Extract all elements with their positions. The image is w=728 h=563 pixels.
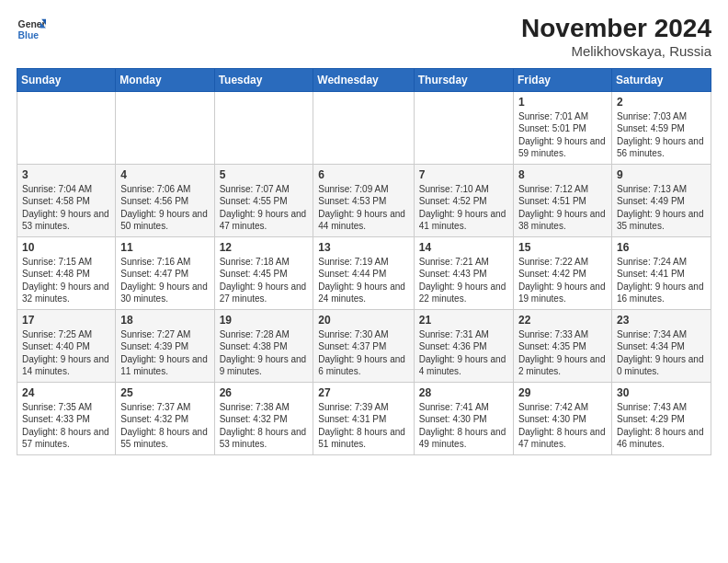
calendar-cell: 3Sunrise: 7:04 AMSunset: 4:58 PMDaylight… <box>17 164 116 236</box>
day-info: Sunrise: 7:04 AMSunset: 4:58 PMDaylight:… <box>22 183 110 233</box>
day-number: 13 <box>318 241 408 254</box>
day-number: 22 <box>518 314 607 327</box>
calendar-cell: 13Sunrise: 7:19 AMSunset: 4:44 PMDayligh… <box>313 236 414 309</box>
day-info: Sunrise: 7:34 AMSunset: 4:34 PMDaylight:… <box>617 328 706 378</box>
day-info: Sunrise: 7:19 AMSunset: 4:44 PMDaylight:… <box>318 256 408 305</box>
day-info: Sunrise: 7:10 AMSunset: 4:52 PMDaylight:… <box>419 183 508 233</box>
calendar-cell: 12Sunrise: 7:18 AMSunset: 4:45 PMDayligh… <box>214 236 313 309</box>
calendar-cell: 29Sunrise: 7:42 AMSunset: 4:30 PMDayligh… <box>513 382 611 454</box>
day-info: Sunrise: 7:37 AMSunset: 4:32 PMDaylight:… <box>120 401 209 451</box>
col-wednesday: Wednesday <box>313 68 414 91</box>
calendar-cell: 19Sunrise: 7:28 AMSunset: 4:38 PMDayligh… <box>214 309 313 382</box>
day-info: Sunrise: 7:43 AMSunset: 4:29 PMDaylight:… <box>617 401 706 451</box>
calendar-cell: 28Sunrise: 7:41 AMSunset: 4:30 PMDayligh… <box>414 382 513 454</box>
day-number: 2 <box>617 96 706 109</box>
day-number: 21 <box>419 314 508 327</box>
day-info: Sunrise: 7:42 AMSunset: 4:30 PMDaylight:… <box>518 401 607 451</box>
day-number: 1 <box>518 96 607 109</box>
calendar-cell: 17Sunrise: 7:25 AMSunset: 4:40 PMDayligh… <box>17 309 116 382</box>
calendar-cell: 25Sunrise: 7:37 AMSunset: 4:32 PMDayligh… <box>116 382 214 454</box>
col-saturday: Saturday <box>611 68 711 91</box>
calendar-cell <box>17 91 116 164</box>
day-info: Sunrise: 7:03 AMSunset: 4:59 PMDaylight:… <box>617 110 706 160</box>
day-number: 25 <box>120 386 209 399</box>
calendar-cell <box>313 91 414 164</box>
day-info: Sunrise: 7:09 AMSunset: 4:53 PMDaylight:… <box>318 183 408 233</box>
col-sunday: Sunday <box>17 68 116 91</box>
calendar-cell: 6Sunrise: 7:09 AMSunset: 4:53 PMDaylight… <box>313 164 414 236</box>
day-info: Sunrise: 7:30 AMSunset: 4:37 PMDaylight:… <box>318 328 408 378</box>
logo: General Blue <box>17 15 46 44</box>
day-number: 7 <box>419 168 508 181</box>
calendar-week-1: 1Sunrise: 7:01 AMSunset: 5:01 PMDaylight… <box>17 91 711 164</box>
calendar-cell: 23Sunrise: 7:34 AMSunset: 4:34 PMDayligh… <box>611 309 711 382</box>
calendar-cell: 15Sunrise: 7:22 AMSunset: 4:42 PMDayligh… <box>513 236 611 309</box>
col-monday: Monday <box>116 68 214 91</box>
calendar-table: Sunday Monday Tuesday Wednesday Thursday… <box>17 68 711 455</box>
day-number: 12 <box>220 241 309 254</box>
calendar-cell: 4Sunrise: 7:06 AMSunset: 4:56 PMDaylight… <box>116 164 214 236</box>
day-number: 8 <box>518 168 607 181</box>
day-info: Sunrise: 7:21 AMSunset: 4:43 PMDaylight:… <box>419 256 508 305</box>
page: General Blue November 2024 Melikhovskaya… <box>0 0 728 563</box>
page-subtitle: Melikhovskaya, Russia <box>521 43 711 59</box>
calendar-cell: 7Sunrise: 7:10 AMSunset: 4:52 PMDaylight… <box>414 164 513 236</box>
day-info: Sunrise: 7:07 AMSunset: 4:55 PMDaylight:… <box>220 183 309 233</box>
col-thursday: Thursday <box>414 68 513 91</box>
day-info: Sunrise: 7:38 AMSunset: 4:32 PMDaylight:… <box>220 401 309 451</box>
day-info: Sunrise: 7:15 AMSunset: 4:48 PMDaylight:… <box>22 256 110 305</box>
day-number: 23 <box>617 314 706 327</box>
calendar-cell: 1Sunrise: 7:01 AMSunset: 5:01 PMDaylight… <box>513 91 611 164</box>
svg-text:Blue: Blue <box>18 30 40 40</box>
calendar-cell: 14Sunrise: 7:21 AMSunset: 4:43 PMDayligh… <box>414 236 513 309</box>
day-number: 24 <box>22 386 110 399</box>
calendar-week-2: 3Sunrise: 7:04 AMSunset: 4:58 PMDaylight… <box>17 164 711 236</box>
calendar-cell: 27Sunrise: 7:39 AMSunset: 4:31 PMDayligh… <box>313 382 414 454</box>
day-number: 20 <box>318 314 408 327</box>
calendar-cell <box>116 91 214 164</box>
day-number: 5 <box>220 168 309 181</box>
calendar-header: Sunday Monday Tuesday Wednesday Thursday… <box>17 68 711 91</box>
day-info: Sunrise: 7:35 AMSunset: 4:33 PMDaylight:… <box>22 401 110 451</box>
day-info: Sunrise: 7:28 AMSunset: 4:38 PMDaylight:… <box>220 328 309 378</box>
calendar-cell: 20Sunrise: 7:30 AMSunset: 4:37 PMDayligh… <box>313 309 414 382</box>
calendar-cell: 8Sunrise: 7:12 AMSunset: 4:51 PMDaylight… <box>513 164 611 236</box>
day-number: 14 <box>419 241 508 254</box>
calendar-cell: 21Sunrise: 7:31 AMSunset: 4:36 PMDayligh… <box>414 309 513 382</box>
day-number: 11 <box>120 241 209 254</box>
day-number: 27 <box>318 386 408 399</box>
day-info: Sunrise: 7:24 AMSunset: 4:41 PMDaylight:… <box>617 256 706 305</box>
calendar-week-3: 10Sunrise: 7:15 AMSunset: 4:48 PMDayligh… <box>17 236 711 309</box>
day-info: Sunrise: 7:33 AMSunset: 4:35 PMDaylight:… <box>518 328 607 378</box>
calendar-cell: 9Sunrise: 7:13 AMSunset: 4:49 PMDaylight… <box>611 164 711 236</box>
calendar-cell: 24Sunrise: 7:35 AMSunset: 4:33 PMDayligh… <box>17 382 116 454</box>
logo-icon: General Blue <box>17 15 46 44</box>
day-number: 30 <box>617 386 706 399</box>
calendar-body: 1Sunrise: 7:01 AMSunset: 5:01 PMDaylight… <box>17 91 711 454</box>
calendar-week-4: 17Sunrise: 7:25 AMSunset: 4:40 PMDayligh… <box>17 309 711 382</box>
day-number: 6 <box>318 168 408 181</box>
day-info: Sunrise: 7:22 AMSunset: 4:42 PMDaylight:… <box>518 256 607 305</box>
day-number: 4 <box>120 168 209 181</box>
calendar-week-5: 24Sunrise: 7:35 AMSunset: 4:33 PMDayligh… <box>17 382 711 454</box>
calendar-cell: 5Sunrise: 7:07 AMSunset: 4:55 PMDaylight… <box>214 164 313 236</box>
calendar-cell <box>214 91 313 164</box>
day-number: 9 <box>617 168 706 181</box>
day-info: Sunrise: 7:01 AMSunset: 5:01 PMDaylight:… <box>518 110 607 160</box>
day-info: Sunrise: 7:27 AMSunset: 4:39 PMDaylight:… <box>120 328 209 378</box>
day-number: 15 <box>518 241 607 254</box>
page-title: November 2024 <box>521 15 711 43</box>
day-info: Sunrise: 7:06 AMSunset: 4:56 PMDaylight:… <box>120 183 209 233</box>
day-number: 26 <box>220 386 309 399</box>
day-number: 10 <box>22 241 110 254</box>
calendar-cell <box>414 91 513 164</box>
day-number: 3 <box>22 168 110 181</box>
day-info: Sunrise: 7:39 AMSunset: 4:31 PMDaylight:… <box>318 401 408 451</box>
calendar-cell: 16Sunrise: 7:24 AMSunset: 4:41 PMDayligh… <box>611 236 711 309</box>
day-info: Sunrise: 7:25 AMSunset: 4:40 PMDaylight:… <box>22 328 110 378</box>
title-block: November 2024 Melikhovskaya, Russia <box>521 15 711 59</box>
calendar-cell: 11Sunrise: 7:16 AMSunset: 4:47 PMDayligh… <box>116 236 214 309</box>
calendar-cell: 22Sunrise: 7:33 AMSunset: 4:35 PMDayligh… <box>513 309 611 382</box>
day-number: 16 <box>617 241 706 254</box>
day-info: Sunrise: 7:12 AMSunset: 4:51 PMDaylight:… <box>518 183 607 233</box>
